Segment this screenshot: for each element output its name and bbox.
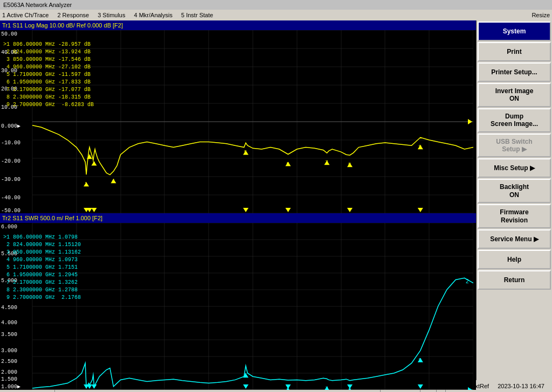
- chart2-marker-6: 6 1.9500000 GHz 1.2945: [3, 271, 81, 279]
- chart1-marker-7: 7 2.1700000 GHz -17.077 dB: [3, 86, 94, 94]
- chart2-y35: 3.500: [1, 332, 17, 338]
- chart2-marker-2: 2 824.00000 MHz 1.15120: [3, 241, 81, 249]
- chart1-yn20: -20.00: [1, 158, 20, 164]
- invert-image-button[interactable]: Invert ImageON: [478, 83, 551, 107]
- system-button[interactable]: System: [478, 22, 551, 41]
- resize-button[interactable]: Resize: [532, 12, 550, 18]
- menu-bar: 1 Active Ch/Trace 2 Response 3 Stimulus …: [0, 10, 552, 20]
- chart2-marker-4: 4 960.00000 MHz 1.0973: [3, 256, 81, 264]
- chart2-marker-7: 7 2.1700000 GHz 1.3262: [3, 279, 81, 286]
- chart2-y4: 4.000: [1, 320, 17, 326]
- return-button[interactable]: Return: [478, 270, 551, 290]
- chart2-y25: 2.500: [1, 359, 17, 365]
- menu-active-ch[interactable]: 1 Active Ch/Trace: [2, 12, 49, 18]
- chart2-marker-9: 9 2.7000000 GHz 2.1768: [3, 294, 81, 302]
- printer-setup-button[interactable]: Printer Setup...: [478, 62, 551, 82]
- chart1-marker-9: 9 2.7000000 GHz -8.6283 dB: [3, 101, 94, 109]
- help-button[interactable]: Help: [478, 250, 551, 269]
- chart1-marker-6: 6 1.9500000 GHz -17.833 dB: [3, 79, 94, 86]
- service-menu-button[interactable]: Service Menu ▶: [478, 229, 551, 249]
- backlight-button[interactable]: BacklightON: [478, 179, 551, 203]
- menu-instr-state[interactable]: 5 Instr State: [181, 12, 213, 18]
- chart2-ymin: 1.000▶: [1, 383, 20, 390]
- menu-mkr[interactable]: 4 Mkr/Analysis: [134, 12, 172, 18]
- dump-screen-button[interactable]: DumpScreen Image...: [478, 108, 551, 132]
- chart2-marker-1: >1 806.00000 MHz 1.0798: [3, 234, 81, 241]
- chart1-container: Tr1 S11 Log Mag 10.00 dB/ Ref 0.000 dB […: [0, 20, 476, 213]
- chart2-y15: 1.500: [1, 376, 17, 382]
- chart1-header: Tr1 S11 Log Mag 10.00 dB/ Ref 0.000 dB […: [0, 20, 476, 30]
- usb-switch-button[interactable]: USB SwitchSetup ▶: [478, 134, 551, 158]
- chart1-markers: >1 806.00000 MHz -28.957 dB 2 824.00000 …: [3, 41, 94, 109]
- status-datetime: 2023-10-13 16:47: [493, 383, 549, 389]
- chart2-header: Tr2 S11 SWR 500.0 m/ Ref 1.000 [F2]: [0, 213, 476, 223]
- chart2-header-text: Tr2 S11 SWR 500.0 m/ Ref 1.000 [F2]: [2, 215, 102, 221]
- chart1-yref: 0.000▶: [1, 123, 20, 129]
- chart2-marker-3: 3 850.00000 MHz 1.13162: [3, 249, 81, 256]
- print-button[interactable]: Print: [478, 42, 551, 61]
- chart1-yn10: -10.00: [1, 140, 20, 146]
- misc-setup-button[interactable]: Misc Setup ▶: [478, 158, 551, 178]
- chart2-marker-8: 8 2.3000000 GHz 1.2788: [3, 286, 81, 294]
- chart2-container: Tr2 S11 SWR 500.0 m/ Ref 1.000 [F2] 6.00…: [0, 213, 476, 390]
- chart2-y45: 4.500: [1, 305, 17, 311]
- chart1-marker-4: 4 960.00000 MHz -27.102 dB: [3, 64, 94, 71]
- firmware-revision-button[interactable]: FirmwareRevision: [478, 204, 551, 228]
- title-bar: E5063A Network Analyzer: [0, 0, 552, 10]
- right-panel: System Print Printer Setup... Invert Ima…: [477, 20, 552, 380]
- chart-area: Tr1 S11 Log Mag 10.00 dB/ Ref 0.000 dB […: [0, 20, 477, 380]
- menu-stimulus[interactable]: 3 Stimulus: [98, 12, 125, 18]
- chart1-marker-2: 2 824.00000 MHz -13.924 dB: [3, 48, 94, 56]
- chart1-yn40: -40.00: [1, 195, 20, 201]
- main-area: Tr1 S11 Log Mag 10.00 dB/ Ref 0.000 dB […: [0, 20, 552, 380]
- chart2-y3: 3.000: [1, 348, 17, 354]
- menu-response[interactable]: 2 Response: [57, 12, 89, 18]
- title-text: E5063A Network Analyzer: [3, 2, 72, 8]
- chart1-header-text: Tr1 S11 Log Mag 10.00 dB/ Ref 0.000 dB […: [2, 22, 123, 29]
- chart2-y6: 6.000: [1, 224, 17, 230]
- chart2-y2: 2.000: [1, 369, 17, 375]
- chart2-markers: >1 806.00000 MHz 1.0798 2 824.00000 MHz …: [3, 234, 81, 302]
- chart1-marker-5: 5 1.7100000 GHz -11.597 dB: [3, 71, 94, 79]
- chart1-ymax: 50.00: [1, 31, 17, 37]
- chart2-grid: 6.000 5.500 5.000 4.500 4.000 3.500 3.00…: [0, 223, 476, 390]
- chart1-marker-1: >1 806.00000 MHz -28.957 dB: [3, 41, 94, 48]
- chart1-marker-3: 3 850.00000 MHz -17.546 dB: [3, 56, 94, 64]
- chart1-yn30: -30.00: [1, 177, 20, 183]
- chart1-grid: 50.00 40.00 30.00 20.00 10.00 0.000▶ -10…: [0, 30, 476, 213]
- chart2-marker-5: 5 1.7100000 GHz 1.7151: [3, 264, 81, 271]
- chart1-marker-8: 8 2.3000000 GHz -18.315 dB: [3, 94, 94, 101]
